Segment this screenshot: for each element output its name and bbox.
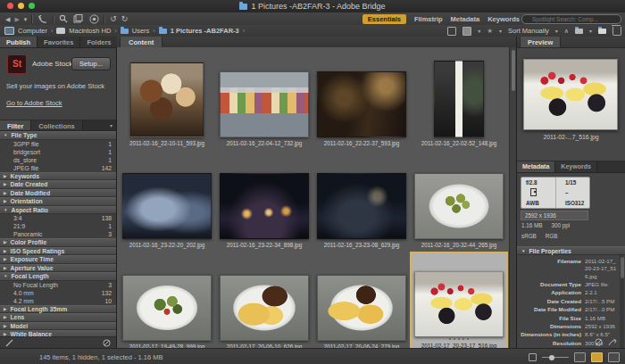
filter-section-aperture-value[interactable]: ▶Aperture Value: [0, 264, 116, 273]
filter-section-lens[interactable]: ▶Lens: [0, 313, 116, 322]
workspace-tab-metadata[interactable]: Metadata: [451, 15, 480, 23]
breadcrumb: Computer › Macintosh HD › Users › 1 Pict…: [4, 25, 245, 37]
thumbnail-cell[interactable]: 2011-02-16_22-22-37_593.jpg: [314, 50, 409, 148]
keep-filter-pin-icon[interactable]: [5, 339, 13, 347]
filter-section-aspect-ratio[interactable]: ▼Aspect Ratio: [0, 206, 116, 215]
properties-scrollbar-thumb[interactable]: [621, 257, 624, 278]
file-properties-header[interactable]: ▼ File Properties: [517, 246, 625, 255]
thumbnail-cell[interactable]: 2011-02-16_23-23-08_629.jpg: [314, 152, 409, 250]
disclosure-closed-icon: ▶: [4, 307, 6, 311]
folder-menu-icon[interactable]: [575, 29, 583, 34]
filter-item[interactable]: Panoramic3: [0, 230, 116, 238]
preview-options-icon[interactable]: [462, 27, 471, 36]
thumbnail-cell[interactable]: 2011-02-17_20-06-24_279.jpg: [314, 253, 409, 352]
circle-slash-icon[interactable]: [595, 338, 603, 346]
tab-preview[interactable]: Preview: [520, 37, 561, 47]
filter-item[interactable]: No Focal Length3: [0, 281, 116, 289]
thumbnail-cell[interactable]: 2011-02-16_22-02-52_148.jpg: [412, 50, 506, 148]
filter-section-date-modified[interactable]: ▶Date Modified: [0, 189, 116, 198]
recent-locations-chevron-icon[interactable]: ▾: [24, 16, 28, 22]
view-as-details-icon[interactable]: [591, 352, 603, 362]
thumbnail-cell-selected[interactable]: 2011-02-17_20-23-17_516.jpg: [410, 252, 508, 353]
return-to-photoshop-icon[interactable]: [38, 15, 48, 23]
filter-item[interactable]: 3:4138: [0, 214, 116, 222]
filter-section-exposure-time[interactable]: ▶Exposure Time: [0, 255, 116, 264]
view-as-list-icon[interactable]: [608, 352, 620, 362]
filter-item[interactable]: 4.2 mm10: [0, 297, 116, 305]
tab-publish[interactable]: Publish: [0, 37, 38, 47]
new-folder-icon[interactable]: [598, 29, 606, 34]
filter-section-model[interactable]: ▶Model: [0, 322, 116, 331]
thumbnail-cell[interactable]: 2011-02-17_19-49-28_999.jpg: [120, 253, 214, 352]
clear-filter-icon[interactable]: [103, 339, 111, 347]
tab-filter[interactable]: Filter: [0, 120, 31, 130]
filter-section-color-profile[interactable]: ▶Color Profile: [0, 238, 116, 247]
folder-menu-chevron-icon[interactable]: ▾: [589, 28, 592, 34]
view-as-thumbnails-icon[interactable]: [574, 352, 586, 362]
filter-section-orientation[interactable]: ▶Orientation: [0, 197, 116, 206]
filter-item[interactable]: 4.0 mm132: [0, 289, 116, 297]
filter-section-file-type[interactable]: ▼File Type: [0, 131, 116, 140]
sort-menu-chevron-icon[interactable]: ▾: [555, 28, 558, 34]
rating-menu-chevron-icon[interactable]: ▾: [499, 28, 502, 34]
thumbnail-cell[interactable]: 2011-02-16_22-10-11_593.jpg: [120, 50, 214, 148]
breadcrumb-current-folder[interactable]: 1 Pictures -AB2FAR-3: [171, 27, 239, 35]
setup-button[interactable]: Setup...: [71, 57, 111, 70]
filter-section-date-created[interactable]: ▶Date Created: [0, 180, 116, 189]
thumbnail-image: [414, 173, 504, 239]
filter-section-keywords[interactable]: ▶Keywords: [0, 172, 116, 181]
thumbnail-cell[interactable]: 2011-02-16_23-22-20_202.jpg: [120, 152, 214, 250]
preview-image[interactable]: [523, 59, 618, 130]
refine-icon[interactable]: [59, 14, 69, 23]
search-input[interactable]: [521, 14, 621, 24]
open-recent-file-icon[interactable]: [73, 14, 85, 23]
filter-item[interactable]: 3GPP file1: [0, 140, 116, 148]
tab-content[interactable]: Content: [120, 37, 162, 47]
property-value: 2011-02-17_20-23-17_516.jpg: [585, 258, 619, 280]
rotate-right-icon[interactable]: ↻: [121, 15, 129, 23]
filter-panel-menu-icon[interactable]: ▾: [110, 122, 112, 128]
thumbnail-cell[interactable]: 2011-02-16_20-32-44_265.jpg: [412, 152, 506, 250]
properties-scrollbar[interactable]: [620, 255, 624, 352]
workspace-tab-essentials[interactable]: Essentials: [362, 14, 406, 24]
delete-item-icon[interactable]: [612, 27, 621, 36]
lock-grid-icon[interactable]: [529, 353, 537, 361]
thumbnail-cell[interactable]: 2011-02-16_22-04-12_732.jpg: [217, 50, 312, 148]
thumbnail-quality-icon[interactable]: [447, 27, 456, 36]
adobe-stock-title: Adobe Stock: [32, 60, 72, 68]
thumbnail-size-slider[interactable]: [542, 357, 569, 358]
content-scrollbar[interactable]: [509, 47, 516, 348]
filter-item[interactable]: JPEG file142: [0, 164, 116, 172]
breadcrumb-macintosh-hd[interactable]: Macintosh HD: [69, 27, 111, 35]
rotate-left-icon[interactable]: ↺: [110, 15, 117, 23]
workspace-tab-keywords[interactable]: Keywords: [488, 15, 520, 23]
breadcrumb-users[interactable]: Users: [132, 27, 150, 35]
filter-section-focal-length[interactable]: ▼Focal Length: [0, 272, 116, 281]
thumbnail-cell[interactable]: 2011-02-17_20-06-10_626.jpg: [217, 253, 312, 352]
breadcrumb-computer[interactable]: Computer: [18, 27, 47, 35]
tab-favorites[interactable]: Favorites: [38, 37, 80, 47]
content-scrollbar-thumb[interactable]: [512, 50, 516, 91]
sort-direction-icon[interactable]: ∧: [564, 28, 569, 35]
sort-menu[interactable]: Sort Manually: [508, 27, 549, 35]
filter-by-rating-icon[interactable]: ★: [487, 27, 493, 35]
quality-menu-chevron-icon[interactable]: ▾: [478, 28, 480, 34]
filter-item[interactable]: ds_store1: [0, 156, 116, 164]
filter-section-iso-speed-ratings[interactable]: ▶ISO Speed Ratings: [0, 247, 116, 256]
go-to-adobe-stock-link[interactable]: Go to Adobe Stock: [6, 99, 62, 107]
filter-section-focal-length-35mm[interactable]: ▶Focal Length 35mm: [0, 305, 116, 314]
thumbnail-cell[interactable]: 2011-02-16_23-22-34_898.jpg: [217, 152, 312, 250]
workspace-tab-filmstrip[interactable]: Filmstrip: [414, 15, 443, 23]
curved-arrow-icon[interactable]: [608, 338, 617, 346]
open-in-camera-raw-icon[interactable]: [89, 14, 99, 24]
filter-item[interactable]: 21:91: [0, 222, 116, 230]
metadata-panel: f/2.8 1/15 – AWB ISO312 2592 x 1936 1.16…: [517, 173, 625, 246]
tab-collections[interactable]: Collections: [31, 120, 82, 130]
tab-keywords[interactable]: Keywords: [555, 161, 596, 172]
tab-folders[interactable]: Folders: [80, 37, 118, 47]
go-forward-icon[interactable]: ▶: [14, 16, 19, 22]
tab-metadata[interactable]: Metadata: [517, 161, 555, 172]
go-back-icon[interactable]: ◀: [5, 16, 10, 22]
thumbnail-size-handle[interactable]: [549, 355, 554, 360]
filter-item[interactable]: bridgesort1: [0, 148, 116, 156]
